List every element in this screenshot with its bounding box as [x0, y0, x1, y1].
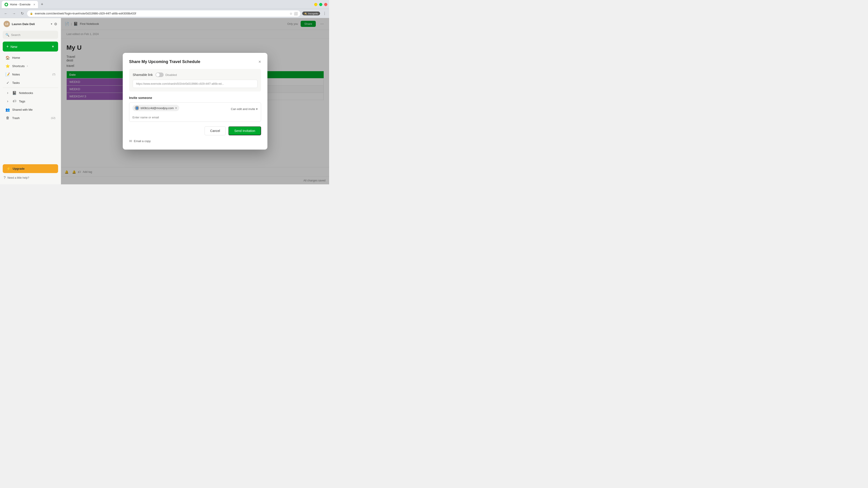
forward-button[interactable]: →: [11, 10, 17, 17]
close-button[interactable]: [324, 3, 327, 6]
email-icon: ✉: [129, 139, 132, 143]
invite-name-input[interactable]: [132, 116, 258, 119]
upgrade-button[interactable]: ⚡ Upgrade: [3, 164, 58, 173]
notes-icon: 📝: [5, 72, 10, 76]
new-plus-icon: +: [6, 44, 9, 49]
modal-overlay: Share My Upcoming Travel Schedule × Shar…: [61, 18, 329, 184]
shared-icon: 👥: [5, 107, 10, 112]
tab-close-icon[interactable]: ×: [33, 3, 35, 6]
new-arrow-icon: ▼: [51, 45, 55, 48]
chip-remove-button[interactable]: ×: [175, 106, 177, 110]
invite-section: Invite someone 👤 b93b1c4d@moodjoy.com ×: [129, 96, 261, 122]
shareable-link-section: Shareable link Disabled https://www.ever…: [129, 69, 261, 92]
sidebar-item-shared[interactable]: 👥 Shared with Me: [2, 105, 59, 113]
address-actions: ☆ ⬜: [289, 12, 298, 15]
sidebar-item-label: Shortcuts: [12, 64, 25, 68]
address-bar-row: ← → ↻ 🔒 evernote.com/client/web?login=tr…: [0, 9, 329, 18]
toggle-knob: [156, 73, 160, 76]
sidebar-nav: 🏠 Home ⭐ Shortcuts › 📝 Notes (7) ✓ Tasks…: [0, 53, 61, 162]
upgrade-icon: ⚡: [6, 166, 11, 171]
new-tab-button[interactable]: +: [39, 1, 45, 8]
incognito-label: Incognito: [308, 12, 318, 15]
sidebar-footer: ⚡ Upgrade ? Need a little help?: [0, 162, 61, 184]
browser-tab-active[interactable]: Home - Evernote ×: [2, 1, 38, 8]
link-url-box[interactable]: https://www.evernote.com/shard/s503/sh/0…: [133, 80, 257, 88]
sidebar-item-label: Notebooks: [19, 91, 33, 95]
sidebar-item-label: Home: [12, 56, 20, 59]
sidebar-item-notebooks[interactable]: › 📓 Notebooks: [2, 89, 59, 97]
email-copy-label[interactable]: Email a copy: [134, 139, 151, 143]
browser-menu-icon[interactable]: ⋮: [323, 11, 327, 15]
cancel-button[interactable]: Cancel: [205, 126, 226, 135]
tags-icon: 🏷: [12, 99, 17, 103]
maximize-button[interactable]: [319, 3, 322, 6]
expand-icon: ›: [27, 64, 28, 68]
invite-input-container: 👤 b93b1c4d@moodjoy.com × Can edit and in…: [129, 102, 261, 122]
shortcuts-icon: ⭐: [5, 64, 10, 68]
notebooks-icon: ›: [5, 91, 10, 95]
sidebar-item-label: Shared with Me: [12, 108, 33, 111]
search-placeholder: Search: [11, 33, 20, 37]
bookmark-icon[interactable]: ☆: [289, 12, 292, 15]
chip-email: b93b1c4d@moodjoy.com: [141, 106, 174, 110]
sidebar-item-tasks[interactable]: ✓ Tasks: [2, 78, 59, 87]
permission-label: Can edit and invite: [231, 107, 255, 111]
minimize-button[interactable]: [314, 3, 317, 6]
toggle-container: Disabled: [156, 72, 177, 77]
sidebar-header: LD Lauren Dale Deli ▾ ⚙: [0, 18, 61, 30]
help-label: Need a little help?: [7, 176, 29, 180]
link-url-text: https://www.evernote.com/shard/s503/sh/0…: [136, 82, 224, 86]
sidebar-item-tags[interactable]: › 🏷 Tags: [2, 97, 59, 105]
sidebar-item-notes[interactable]: 📝 Notes (7): [2, 70, 59, 78]
refresh-button[interactable]: ↻: [19, 10, 25, 17]
browser-chrome: Home - Evernote × +: [0, 0, 329, 9]
tab-favicon: [4, 3, 8, 6]
sidebar-item-home[interactable]: 🏠 Home: [2, 54, 59, 62]
window-controls: [314, 3, 327, 6]
settings-icon[interactable]: ⚙: [54, 22, 57, 26]
chip-avatar: 👤: [135, 106, 139, 110]
toggle-status: Disabled: [165, 73, 177, 76]
email-copy-section: ✉ Email a copy: [129, 139, 261, 143]
app-layout: LD Lauren Dale Deli ▾ ⚙ 🔍 Search + New ▼…: [0, 18, 329, 184]
notes-count: (7): [53, 73, 55, 76]
modal-close-button[interactable]: ×: [258, 59, 261, 64]
user-name: Lauren Dale Deli: [12, 22, 49, 26]
modal-actions: Cancel Send Invitation: [129, 126, 261, 135]
tab-title: Home - Evernote: [10, 3, 31, 6]
permission-dropdown[interactable]: Can edit and invite ▾: [231, 107, 258, 111]
send-invitation-button[interactable]: Send Invitation: [228, 126, 261, 135]
permission-arrow: ▾: [256, 107, 258, 111]
incognito-icon: 🕵: [304, 12, 307, 15]
new-button-label: New: [11, 45, 50, 48]
address-bar[interactable]: 🔒 evernote.com/client/web?login=true#/no…: [27, 10, 301, 17]
help-button[interactable]: ? Need a little help?: [3, 174, 58, 182]
sidebar-divider: [3, 88, 58, 88]
help-icon: ?: [4, 176, 6, 180]
tasks-icon: ✓: [5, 80, 10, 85]
sidebar-item-trash[interactable]: 🗑 Trash (12): [2, 114, 59, 122]
search-box[interactable]: 🔍 Search: [3, 31, 58, 39]
sidebar-item-label: Tags: [19, 100, 25, 103]
notebooks-book-icon: 📓: [12, 91, 17, 95]
modal-title: Share My Upcoming Travel Schedule: [129, 59, 200, 64]
sidebar: LD Lauren Dale Deli ▾ ⚙ 🔍 Search + New ▼…: [0, 18, 61, 184]
back-button[interactable]: ←: [3, 10, 9, 17]
sidebar-item-label: Tasks: [12, 81, 20, 85]
shareable-link-header: Shareable link Disabled: [133, 72, 257, 77]
modal-header: Share My Upcoming Travel Schedule ×: [129, 59, 261, 64]
upgrade-label: Upgrade: [13, 167, 25, 170]
incognito-badge: 🕵 Incognito: [302, 11, 320, 15]
lock-icon: 🔒: [30, 12, 33, 15]
user-dropdown-icon[interactable]: ▾: [51, 22, 52, 26]
home-icon: 🏠: [5, 55, 10, 60]
shareable-link-toggle[interactable]: [156, 72, 164, 77]
trash-icon: 🗑: [5, 116, 10, 120]
invite-label: Invite someone: [129, 96, 261, 100]
sidebar-item-shortcuts[interactable]: ⭐ Shortcuts ›: [2, 62, 59, 70]
sidebar-item-label: Notes: [12, 73, 20, 76]
avatar: LD: [4, 21, 10, 27]
share-modal: Share My Upcoming Travel Schedule × Shar…: [123, 53, 268, 150]
extension-icon[interactable]: ⬜: [294, 12, 298, 15]
new-button[interactable]: + New ▼: [3, 41, 58, 52]
